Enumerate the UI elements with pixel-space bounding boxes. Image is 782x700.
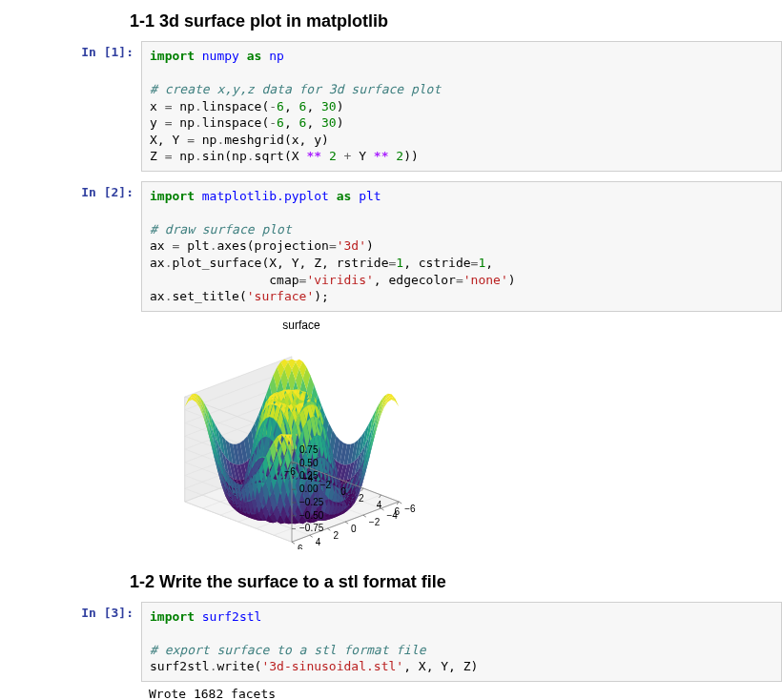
svg-text:−6: −6 bbox=[284, 465, 296, 476]
svg-text:0.75: 0.75 bbox=[299, 444, 319, 455]
svg-text:2: 2 bbox=[359, 493, 364, 504]
svg-line-897 bbox=[327, 528, 330, 530]
svg-line-895 bbox=[345, 522, 348, 524]
svg-line-901 bbox=[292, 542, 295, 544]
svg-text:−0.25: −0.25 bbox=[299, 497, 324, 507]
input-prompt-3: In [3]: bbox=[0, 602, 141, 700]
svg-line-889 bbox=[399, 502, 401, 504]
output-text-3: Wrote 1682 facets bbox=[141, 686, 782, 700]
code-cell-3[interactable]: import surf2stl # export surface to a st… bbox=[141, 602, 782, 682]
svg-text:−6: −6 bbox=[404, 504, 416, 514]
heading-sec1-1: 1-1 3d surface plot in matplotlib bbox=[130, 11, 782, 31]
svg-line-899 bbox=[310, 535, 313, 537]
svg-text:−4: −4 bbox=[387, 510, 399, 521]
svg-text:−2: −2 bbox=[320, 479, 332, 489]
svg-text:0: 0 bbox=[340, 486, 346, 497]
code-cell-2[interactable]: import matplotlib.pyplot as plt # draw s… bbox=[141, 181, 782, 312]
svg-text:surface: surface bbox=[282, 319, 320, 332]
svg-text:0.25: 0.25 bbox=[299, 470, 319, 481]
svg-text:4: 4 bbox=[316, 537, 321, 547]
svg-text:−0.75: −0.75 bbox=[299, 523, 324, 533]
input-prompt-2: In [2]: bbox=[0, 181, 141, 312]
svg-text:2: 2 bbox=[333, 530, 339, 541]
svg-text:0: 0 bbox=[351, 524, 357, 534]
input-prompt-1: In [1]: bbox=[0, 41, 141, 172]
svg-text:−2: −2 bbox=[369, 517, 381, 527]
heading-sec1-2: 1-2 Write the surface to a stl format fi… bbox=[130, 572, 782, 592]
svg-text:6: 6 bbox=[298, 544, 303, 549]
svg-text:0.00: 0.00 bbox=[299, 484, 319, 494]
svg-text:−0.50: −0.50 bbox=[299, 509, 324, 520]
surface-plot-output: −6−4−20246−6−4−20246−0.75−0.50−0.250.000… bbox=[130, 316, 473, 549]
svg-line-893 bbox=[363, 515, 366, 517]
svg-text:0.50: 0.50 bbox=[299, 457, 319, 467]
code-cell-1[interactable]: import numpy as np # create x,y,z data f… bbox=[141, 41, 782, 172]
